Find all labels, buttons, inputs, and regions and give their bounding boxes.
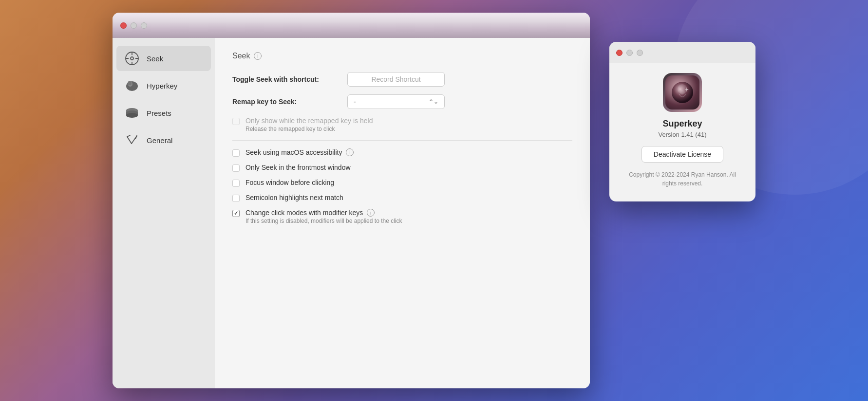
svg-line-14 — [127, 137, 132, 144]
checkbox-row-macos-accessibility: Seek using macOS accessibility i — [232, 148, 572, 157]
divider — [232, 140, 572, 141]
macos-accessibility-checkbox[interactable] — [232, 149, 240, 157]
sidebar-item-hyperkey[interactable]: Hyperkey — [116, 73, 211, 98]
sidebar-item-presets[interactable]: Presets — [116, 100, 211, 126]
presets-icon — [124, 105, 140, 121]
chevron-icon: ⌃⌄ — [429, 98, 438, 105]
close-button[interactable] — [120, 22, 127, 29]
focus-window-label: Focus window before clicking — [245, 179, 334, 186]
remapped-key-held-label: Only show while the remapped key is held — [245, 117, 373, 125]
sidebar-label-general: General — [147, 136, 172, 145]
sidebar-item-seek[interactable]: Seek — [116, 46, 211, 71]
about-traffic-lights — [616, 50, 643, 56]
svg-point-8 — [128, 81, 132, 85]
record-shortcut-button[interactable]: Record Shortcut — [347, 72, 445, 87]
remapped-key-held-content: Only show while the remapped key is held… — [245, 117, 373, 132]
minimize-button[interactable] — [131, 22, 137, 29]
section-title-text: Seek — [232, 52, 250, 60]
app-name: Superkey — [662, 119, 702, 129]
about-titlebar — [609, 42, 755, 63]
remap-key-select[interactable]: - ⌃⌄ — [347, 94, 445, 109]
about-body: Superkey Version 1.41 (41) Deactivate Li… — [609, 63, 755, 201]
focus-window-checkbox[interactable] — [232, 180, 240, 187]
seek-icon — [124, 51, 140, 66]
section-info-icon[interactable]: i — [254, 52, 262, 60]
traffic-lights — [120, 22, 147, 29]
modifier-keys-content: Change click modes with modifier keys i … — [245, 209, 402, 224]
checkbox-row-semicolon: Semicolon highlights next match — [232, 194, 572, 202]
frontmost-window-checkbox[interactable] — [232, 164, 240, 172]
modifier-keys-sublabel: If this setting is disabled, modifiers w… — [245, 218, 402, 224]
about-window: Superkey Version 1.41 (41) Deactivate Li… — [609, 42, 755, 201]
sidebar-label-presets: Presets — [147, 109, 171, 117]
app-icon-inner — [665, 75, 699, 109]
sidebar: Seek Hyperkey — [113, 38, 215, 388]
content-area: Seek i Toggle Seek with shortcut: Record… — [215, 38, 590, 388]
macos-accessibility-info-icon[interactable]: i — [346, 148, 354, 156]
about-maximize-button[interactable] — [637, 50, 643, 56]
remap-key-label: Remap key to Seek: — [232, 98, 340, 106]
general-icon — [124, 132, 140, 148]
macos-accessibility-label-group: Seek using macOS accessibility i — [245, 148, 354, 156]
modifier-keys-checkbox[interactable] — [232, 210, 240, 217]
frontmost-window-label: Only Seek in the frontmost window — [245, 164, 351, 171]
semicolon-checkbox[interactable] — [232, 195, 240, 202]
focus-window-content: Focus window before clicking — [245, 179, 334, 186]
window-body: Seek Hyperkey — [113, 38, 590, 388]
titlebar — [113, 13, 590, 38]
remap-key-row: Remap key to Seek: - ⌃⌄ — [232, 94, 572, 109]
remapped-key-held-sublabel: Release the remapped key to click — [245, 126, 373, 132]
checkbox-row-frontmost-window: Only Seek in the frontmost window — [232, 164, 572, 172]
sidebar-label-seek: Seek — [147, 55, 163, 63]
remapped-key-held-row: Only show while the remapped key is held… — [232, 117, 572, 132]
copyright-text: Copyright © 2022-2024 Ryan Hanson. All r… — [621, 170, 744, 188]
modifier-keys-label-group: Change click modes with modifier keys i — [245, 209, 402, 217]
section-title: Seek i — [232, 52, 572, 60]
preferences-window: Seek Hyperkey — [113, 13, 590, 388]
sidebar-label-hyperkey: Hyperkey — [147, 82, 177, 90]
sidebar-item-general[interactable]: General — [116, 128, 211, 153]
hyperkey-icon — [124, 78, 140, 93]
toggle-shortcut-label: Toggle Seek with shortcut: — [232, 75, 340, 83]
app-version: Version 1.41 (41) — [658, 131, 706, 138]
frontmost-window-content: Only Seek in the frontmost window — [245, 164, 351, 171]
remapped-key-held-checkbox[interactable] — [232, 118, 240, 125]
deactivate-license-button[interactable]: Deactivate License — [642, 146, 723, 163]
macos-accessibility-label: Seek using macOS accessibility — [245, 148, 342, 156]
checkbox-row-modifier-keys: Change click modes with modifier keys i … — [232, 209, 572, 224]
about-minimize-button[interactable] — [626, 50, 633, 56]
remap-key-value: - — [354, 98, 356, 106]
svg-point-13 — [126, 113, 138, 118]
svg-point-5 — [131, 57, 133, 60]
toggle-shortcut-row: Toggle Seek with shortcut: Record Shortc… — [232, 72, 572, 87]
checkbox-row-focus-window: Focus window before clicking — [232, 179, 572, 187]
macos-accessibility-content: Seek using macOS accessibility i — [245, 148, 354, 156]
maximize-button[interactable] — [141, 22, 147, 29]
about-close-button[interactable] — [616, 50, 623, 56]
modifier-keys-info-icon[interactable]: i — [367, 209, 375, 217]
svg-line-16 — [127, 135, 130, 137]
modifier-keys-label: Change click modes with modifier keys — [245, 209, 363, 217]
semicolon-label: Semicolon highlights next match — [245, 194, 343, 201]
svg-point-20 — [680, 90, 685, 95]
semicolon-content: Semicolon highlights next match — [245, 194, 343, 201]
app-icon — [663, 73, 702, 112]
